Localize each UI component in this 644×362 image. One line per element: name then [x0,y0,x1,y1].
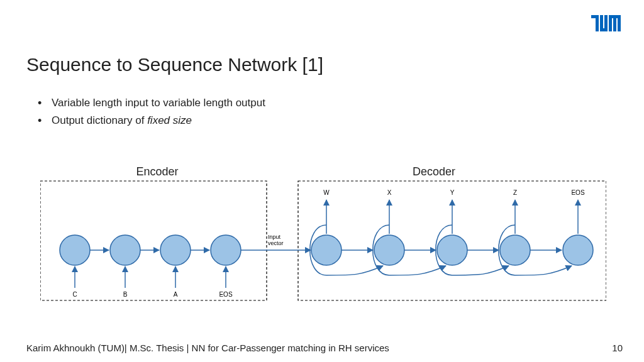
slide-title: Sequence to Sequence Network [1] [26,54,323,75]
bullet-2-emph: fixed size [147,114,192,126]
enc-in-2: B [123,291,128,298]
encoder-in-labels: C B A EOS [72,291,233,298]
enc-in-3: A [174,291,178,298]
dec-out-3: Y [450,189,455,196]
dec-out-5: EOS [571,189,584,196]
enc-in-4: EOS [219,291,232,298]
dec-out-4: Z [513,189,517,196]
svg-rect-11 [591,15,599,18]
footer-text: Karim Akhnoukh (TUM)| M.Sc. Thesis | NN … [26,343,389,353]
decoder-out-labels: W X Y Z EOS [323,189,585,196]
dec-node-2 [374,235,404,265]
dec-out-2: X [387,189,392,196]
bullet-1: Variable length input to variable length… [38,94,265,112]
tum-logo [591,15,623,34]
page-number: 10 [612,343,623,353]
enc-in-1: C [72,291,77,298]
svg-rect-12 [600,28,608,31]
bullet-list: Variable length input to variable length… [38,94,265,129]
seq2seq-diagram: C B A EOS Input vector W X Y Z EOS [40,162,606,319]
bullet-2: Output dictionary of fixed size [38,112,265,129]
bullet-2-prefix: Output dictionary of [52,114,147,126]
bullet-1-text: Variable length input to variable length… [52,97,265,109]
bridge-label-1: Input [268,234,281,240]
svg-rect-13 [609,15,621,18]
enc-node-4 [211,235,241,265]
enc-node-3 [160,235,191,265]
enc-node-2 [110,235,140,265]
encoder-in-arrows [75,266,226,288]
dec-out-1: W [323,189,330,196]
enc-node-1 [60,235,90,265]
dec-node-5 [563,235,593,265]
dec-node-3 [437,235,467,265]
decoder-out-arrows [326,200,578,234]
dec-node-1 [311,235,341,265]
bridge-label-2: vector [268,240,284,246]
dec-node-4 [500,235,530,265]
